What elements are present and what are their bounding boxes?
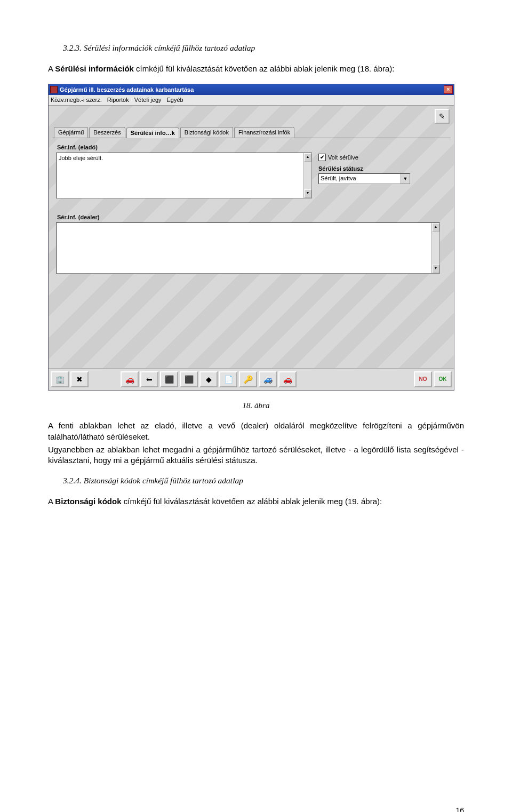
- scroll-down-icon[interactable]: ▾: [304, 189, 311, 198]
- intro2-bold: Biztonsági kódok: [55, 497, 121, 506]
- check-icon: ✔: [318, 154, 326, 161]
- heading2-number: 3.2.4.: [63, 476, 82, 485]
- tab-gepjarmu[interactable]: Gépjármű: [54, 127, 88, 138]
- section-heading-324: 3.2.4. Biztonsági kódok címkéjű fülhöz t…: [48, 475, 464, 487]
- tab-serulesi-info[interactable]: Sérülési info…k: [126, 128, 179, 138]
- ok-label: OK: [439, 376, 447, 383]
- toolbar-btn-10[interactable]: 🔑: [239, 371, 257, 387]
- toolbar-btn-5[interactable]: ⬅: [140, 371, 158, 387]
- intro1-bold: Sérülési információk: [55, 64, 134, 73]
- tab-panel: Sér.inf. (eladó) Jobb eleje sérült. ▴ ▾ …: [52, 138, 451, 332]
- scroll-up-icon[interactable]: ▴: [304, 153, 311, 162]
- toolbar-btn-11[interactable]: 🚙: [259, 371, 277, 387]
- page-number: 16: [48, 806, 464, 812]
- toolbar-btn-6[interactable]: ⬛: [160, 371, 178, 387]
- car2-icon: 🚙: [263, 375, 273, 385]
- checkbox-volt-serulve[interactable]: ✔ Volt sérülve: [318, 154, 446, 162]
- textarea-elado[interactable]: Jobb eleje sérült. ▴ ▾: [56, 153, 312, 198]
- intro-paragraph-1: A Sérülési információk címkéjű fül kivál…: [48, 63, 464, 74]
- textarea-elado-text: Jobb eleje sérült.: [59, 155, 103, 161]
- building-icon: 🏢: [55, 375, 65, 385]
- tab-strip: Gépjármű Beszerzés Sérülési info…k Bizto…: [52, 127, 451, 138]
- menubar: Közv.megb.-i szerz. Riportok Vételi jegy…: [49, 95, 454, 106]
- status-label: Sérülési státusz: [318, 165, 446, 173]
- square2-icon: ⬛: [185, 375, 194, 385]
- car3-icon: 🚗: [283, 375, 292, 385]
- heading2-text: Biztonsági kódok címkéjű fülhöz tartozó …: [84, 476, 243, 485]
- intro2-post: címkéjű fül kiválasztását követően az al…: [122, 497, 382, 506]
- label-serinf-elado: Sér.inf. (eladó): [57, 144, 446, 152]
- key-icon: 🔑: [244, 375, 253, 385]
- bottom-toolbar: 🏢 ✖ 🚗 ⬅ ⬛ ⬛ ◆ 📄 🔑 🚙 🚗 NO OK: [49, 368, 454, 390]
- window-title: Gépjármű ill. beszerzés adatainak karban…: [60, 86, 194, 94]
- ok-button[interactable]: OK: [434, 371, 452, 387]
- tab-beszerzes[interactable]: Beszerzés: [89, 127, 125, 138]
- window-content: ✎ Gépjármű Beszerzés Sérülési info…k Biz…: [49, 106, 454, 368]
- scroll-down-icon-2[interactable]: ▾: [432, 265, 439, 273]
- menu-item-1[interactable]: Riportok: [107, 96, 129, 104]
- delete-icon: ✖: [76, 375, 83, 385]
- toolbar-btn-0[interactable]: 🏢: [51, 371, 69, 387]
- intro1-pre: A: [48, 64, 55, 73]
- scrollbar-2[interactable]: ▴ ▾: [431, 223, 439, 273]
- tab-biztonsagi-kodok[interactable]: Biztonsági kódok: [180, 127, 233, 138]
- status-dropdown[interactable]: Sérült, javítva ▼: [318, 173, 410, 184]
- body-paragraph-2: Ugyanebben az ablakban lehet megadni a g…: [48, 444, 464, 466]
- car-icon: 🚗: [125, 375, 134, 385]
- intro2-pre: A: [48, 497, 55, 506]
- figure-caption: 18. ábra: [48, 400, 464, 411]
- square-icon: ⬛: [165, 375, 174, 385]
- chevron-down-icon: ▼: [401, 174, 410, 184]
- scrollbar[interactable]: ▴ ▾: [303, 153, 311, 198]
- window-titlebar[interactable]: Gépjármű ill. beszerzés adatainak karban…: [49, 84, 454, 95]
- app-icon: [50, 86, 58, 93]
- status-value: Sérült, javítva: [319, 174, 401, 184]
- no-button[interactable]: NO: [414, 371, 432, 387]
- toolbar-btn-7[interactable]: ⬛: [180, 371, 198, 387]
- edit-button[interactable]: ✎: [435, 109, 450, 124]
- menu-item-2[interactable]: Vételi jegy: [134, 96, 162, 104]
- pencil-icon: ✎: [439, 112, 445, 122]
- menu-item-0[interactable]: Közv.megb.-i szerz.: [51, 96, 102, 104]
- screenshot-window: Gépjármű ill. beszerzés adatainak karban…: [48, 84, 454, 391]
- toolbar-btn-12[interactable]: 🚗: [278, 371, 297, 387]
- label-serinf-dealer: Sér.inf. (dealer): [57, 213, 446, 221]
- doc-icon: 📄: [224, 375, 233, 385]
- toolbar-btn-1[interactable]: ✖: [70, 371, 89, 387]
- heading-text: Sérülési információk címkéjű fülhöz tart…: [84, 43, 255, 52]
- gem-icon: ◆: [206, 375, 212, 385]
- section-heading-323: 3.2.3. Sérülési információk címkéjű fülh…: [48, 43, 464, 54]
- back-icon: ⬅: [146, 375, 153, 385]
- volt-serulve-label: Volt sérülve: [328, 154, 358, 162]
- body-paragraph-1: A fenti ablakban lehet az eladó, illetve…: [48, 420, 464, 442]
- tab-finanszirozasi[interactable]: Finanszírozási infók: [234, 127, 294, 138]
- no-label: NO: [419, 376, 427, 383]
- toolbar-btn-8[interactable]: ◆: [199, 371, 218, 387]
- intro1-post: címkéjű fül kiválasztását követően az al…: [134, 64, 395, 73]
- scroll-up-icon-2[interactable]: ▴: [432, 223, 439, 232]
- menu-item-3[interactable]: Egyéb: [167, 96, 183, 104]
- textarea-dealer[interactable]: ▴ ▾: [56, 222, 440, 274]
- side-panel: ✔ Volt sérülve Sérülési státusz Sérült, …: [318, 153, 446, 185]
- intro-paragraph-2: A Biztonsági kódok címkéjű fül kiválaszt…: [48, 496, 464, 507]
- toolbar-btn-4[interactable]: 🚗: [121, 371, 139, 387]
- close-button[interactable]: ×: [444, 85, 453, 94]
- toolbar-btn-9[interactable]: 📄: [219, 371, 237, 387]
- heading-number: 3.2.3.: [63, 43, 82, 52]
